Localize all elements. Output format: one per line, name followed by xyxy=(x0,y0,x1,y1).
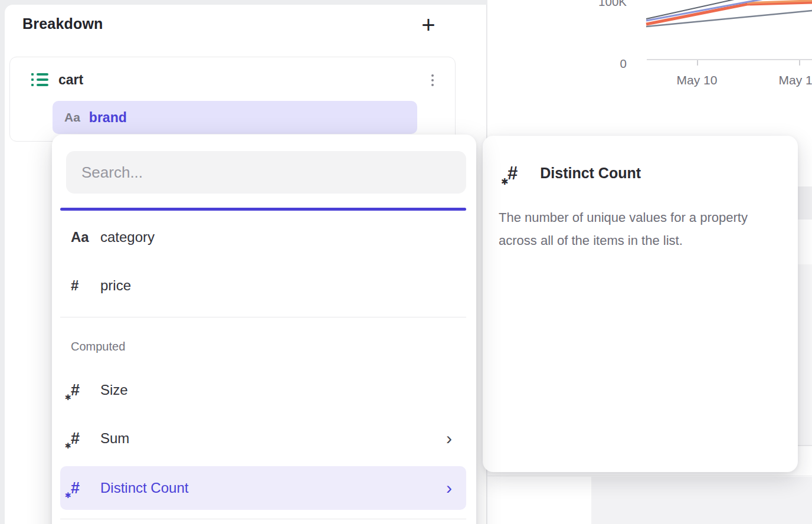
background-divider xyxy=(487,476,812,476)
property-option-category[interactable]: Aa category xyxy=(60,217,466,258)
divider xyxy=(60,317,466,317)
divider xyxy=(60,519,466,519)
star-icon: ✱ xyxy=(501,177,509,186)
distinct-count-icon: # ✱ xyxy=(508,164,518,182)
tooltip-header: # ✱ Distinct Count xyxy=(483,136,798,182)
y-axis-label-zero: 0 xyxy=(546,57,627,71)
tooltip-title: Distinct Count xyxy=(540,165,641,182)
submenu-chevron-icon: › xyxy=(446,479,466,497)
search-input[interactable] xyxy=(66,151,466,194)
computed-section-label: Computed xyxy=(60,340,466,353)
tooltip-description: The number of unique values for a proper… xyxy=(499,206,774,252)
text-type-icon: Aa xyxy=(71,229,100,245)
more-options-button[interactable] xyxy=(427,73,438,88)
computed-option-distinct-count[interactable]: # ✱ Distinct Count › xyxy=(60,466,466,510)
number-type-icon: # xyxy=(71,277,100,294)
computed-number-icon: # ✱ xyxy=(71,382,80,398)
kebab-icon xyxy=(431,74,434,77)
computed-number-icon: # ✱ xyxy=(71,431,80,447)
breakdown-card: cart Aa brand xyxy=(9,57,456,142)
x-axis-tick xyxy=(697,60,698,66)
background-table-band xyxy=(591,477,812,524)
background-divider xyxy=(798,445,812,446)
computed-number-icon: # ✱ xyxy=(71,480,80,496)
background-table-band xyxy=(798,186,812,220)
star-icon: ✱ xyxy=(65,492,71,499)
y-axis-label-max: 100K xyxy=(546,0,627,9)
list-name: cart xyxy=(58,72,83,88)
detail-tooltip: # ✱ Distinct Count The number of unique … xyxy=(483,136,798,472)
property-dropdown: Aa category # price Computed # ✱ Size # … xyxy=(52,135,476,524)
x-axis-line xyxy=(647,59,812,60)
list-icon xyxy=(31,73,48,86)
x-axis-tick xyxy=(799,60,800,66)
text-type-icon: Aa xyxy=(64,110,80,125)
breakdown-title: Breakdown xyxy=(22,15,103,32)
active-tab-indicator xyxy=(60,208,466,211)
selected-property-name: brand xyxy=(89,110,127,126)
search-box xyxy=(66,151,466,194)
selected-property-chip[interactable]: Aa brand xyxy=(53,101,417,134)
background-table-band xyxy=(798,264,812,445)
breakdown-header: Breakdown + xyxy=(5,5,486,46)
line-chart xyxy=(629,0,812,35)
x-axis-label-may10: May 10 xyxy=(664,73,729,87)
submenu-chevron-icon: › xyxy=(446,430,466,447)
star-icon: ✱ xyxy=(65,394,71,401)
plus-icon: + xyxy=(421,13,435,37)
x-axis-label-may17: May 17 xyxy=(767,73,812,87)
add-breakdown-button[interactable]: + xyxy=(413,9,444,40)
star-icon: ✱ xyxy=(65,442,71,450)
list-selector[interactable]: cart xyxy=(31,70,83,89)
property-option-price[interactable]: # price xyxy=(60,265,466,306)
computed-option-sum[interactable]: # ✱ Sum › xyxy=(60,418,466,459)
computed-option-size[interactable]: # ✱ Size xyxy=(60,369,466,411)
